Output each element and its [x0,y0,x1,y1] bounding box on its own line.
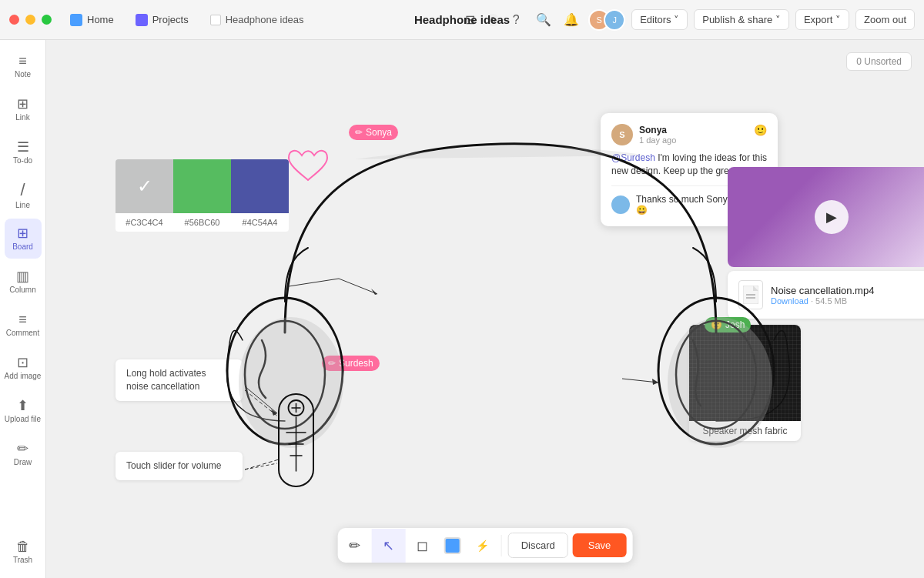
column-icon: ▥ [16,269,29,283]
sidebar-label-comment: Comment [6,329,39,337]
add-image-icon: ⊡ [17,356,28,369]
commenter-name: Sonya [639,125,676,135]
file-meta: Download · 54.5 MB [771,296,874,306]
reply-text: Thanks so much Sonya 😀 [636,194,738,215]
cursor-tool[interactable]: ↖ [372,529,406,563]
file-info: Noise cancellation.mp4 Download · 54.5 M… [771,285,874,306]
svg-point-4 [227,298,343,444]
zoom-button[interactable]: Zoom out [855,9,915,30]
eraser-tool[interactable]: ◻ [406,529,440,563]
comment-meta: Sonya 1 day ago [639,125,676,145]
checkmark-icon: ✓ [137,175,152,197]
file-card: Noise cancellation.mp4 Download · 54.5 M… [728,271,924,319]
swatch-labels: #C3C4C4 #56BC60 #4C54A4 [116,213,289,232]
pen-tool[interactable]: ⚡ [466,529,500,563]
smiley-cursor-josh: 🙂 [711,319,722,330]
swatch-row: ✓ [116,159,289,213]
sidebar-item-draw[interactable]: ✏ Draw [5,434,42,474]
board-icon: ⊞ [17,226,28,240]
svg-point-15 [289,400,304,416]
sidebar-item-note[interactable]: ≡ Note [5,46,42,86]
svg-marker-21 [371,289,377,295]
sidebar-item-link[interactable]: ⊞ Link [5,89,42,129]
sidebar-label-trash: Trash [13,556,32,564]
editors-button[interactable]: Editors ˅ [631,9,688,30]
swatch-blue[interactable] [231,159,289,213]
search-icon[interactable]: 🔍 [533,9,554,31]
sidebar-item-column[interactable]: ▥ Column [5,262,42,302]
commenter-avatar: S [611,124,633,145]
swatch-green[interactable] [173,159,231,213]
link-icon: ⊞ [17,97,28,111]
color-picker[interactable] [444,537,461,554]
discard-button[interactable]: Discard [508,533,568,558]
file-icon [738,280,763,309]
sidebar-item-upload[interactable]: ⬆ Upload file [5,391,42,431]
upload-icon: ⬆ [17,399,28,413]
tab-projects[interactable]: Projects [126,10,198,30]
note-touch-slider[interactable]: Touch slider for volume [116,452,243,480]
download-link[interactable]: Download [771,296,808,306]
tab-home-label: Home [87,14,114,25]
tab-current-label: Headphone ideas [226,14,304,25]
tabs: Home Projects Headphone ideas [61,10,313,30]
swatch-gray[interactable]: ✓ [116,159,173,213]
canvas[interactable]: 0 Unsorted ✓ #C3C4C4 #56BC60 #4C54A4 Lon… [46,40,924,578]
mesh-label: Speaker mesh fabric [689,421,801,441]
cursor-josh: 🙂 Josh [705,317,751,332]
sidebar-item-line[interactable]: / Line [5,175,42,215]
sidebar-label-add-image: Add image [5,372,42,380]
export-button[interactable]: Export ˅ [795,9,849,30]
sidebar-label-note: Note [15,70,31,79]
svg-marker-20 [271,409,277,416]
play-button[interactable]: ▶ [815,200,849,234]
comment-time: 1 day ago [639,135,676,145]
maximize-button[interactable] [42,15,52,25]
sidebar-item-trash[interactable]: 🗑 Trash [5,532,42,572]
sidebar-item-todo[interactable]: ☰ To-do [5,132,42,172]
titlebar-actions: ⊡ 0 ? 🔍 🔔 S J Editors ˅ Publish & share … [459,9,915,31]
sidebar-label-todo: To-do [13,156,32,165]
draw-icon: ✏ [17,442,28,456]
tab-home[interactable]: Home [61,10,123,30]
sidebar-item-add-image[interactable]: ⊡ Add image [5,348,42,388]
todo-icon: ☰ [17,140,29,154]
video-thumbnail[interactable]: ▶ [728,167,924,267]
sidebar: ≡ Note ⊞ Link ☰ To-do / Line ⊞ Board ▥ C… [0,40,46,578]
editors-avatars: S J [588,9,625,31]
toolbar-divider [501,535,502,556]
tab-projects-label: Projects [152,14,189,25]
mesh-card: Speaker mesh fabric [689,325,801,441]
close-button[interactable] [9,15,19,25]
note-icon: ≡ [18,54,27,68]
bell-icon[interactable]: 🔔 [561,9,582,31]
svg-marker-22 [652,379,658,385]
file-name: Noise cancellation.mp4 [771,285,874,296]
note-noise-cancellation[interactable]: Long hold activates noise cancellation [116,359,243,401]
sidebar-label-upload: Upload file [5,415,41,423]
save-button[interactable]: Save [573,533,627,557]
sidebar-item-board[interactable]: ⊞ Board [5,219,42,259]
page-title: Headphone ideas [414,13,510,26]
minimize-button[interactable] [25,15,35,25]
svg-line-18 [245,390,279,417]
emoji-reaction[interactable]: 🙂 [754,124,767,136]
pencil-tool[interactable]: ✏ [338,529,372,563]
titlebar: Home Projects Headphone ideas Headphone … [0,0,924,40]
page-icon [210,15,221,25]
tab-current[interactable]: Headphone ideas [201,10,313,29]
sidebar-label-link: Link [15,113,29,122]
sidebar-item-comment[interactable]: ≡ Comment [5,305,42,345]
swatch-label-blue: #4C54A4 [231,213,289,232]
comment-header: S Sonya 1 day ago 🙂 [611,124,767,145]
file-size: 54.5 MB [815,296,847,306]
pencil-cursor-surdesh: ✏ [328,358,336,369]
svg-point-5 [245,321,325,429]
reply-avatar [611,195,630,214]
svg-point-8 [239,317,343,448]
mesh-image [689,325,801,421]
trash-icon: 🗑 [16,540,30,553]
main-layout: ≡ Note ⊞ Link ☰ To-do / Line ⊞ Board ▥ C… [0,40,924,578]
swatch-label-gray: #C3C4C4 [116,213,173,232]
publish-button[interactable]: Publish & share ˅ [694,9,789,30]
